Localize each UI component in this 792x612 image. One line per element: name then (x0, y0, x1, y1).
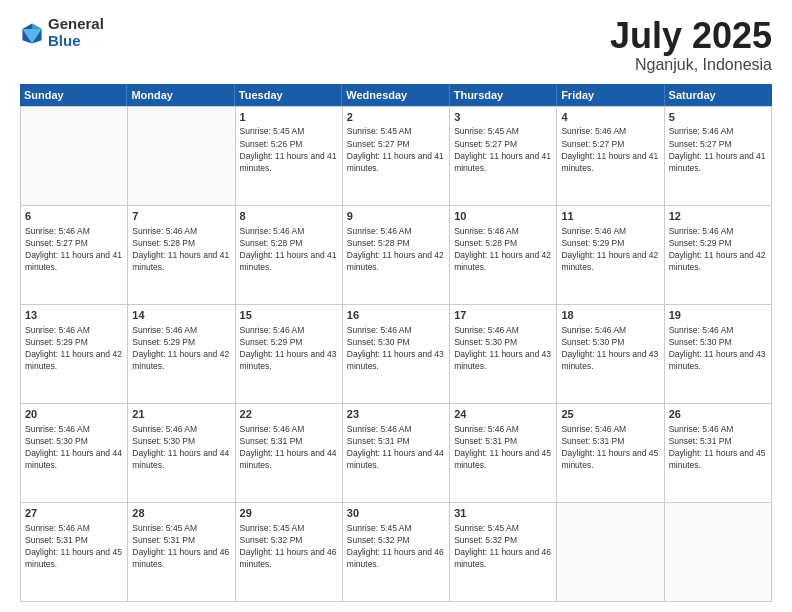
day-cell-12: 12 Sunrise: 5:46 AMSunset: 5:29 PMDaylig… (665, 206, 772, 304)
month-title: July 2025 (610, 16, 772, 56)
day-info: Sunrise: 5:46 AMSunset: 5:27 PMDaylight:… (561, 126, 658, 172)
day-info: Sunrise: 5:46 AMSunset: 5:31 PMDaylight:… (669, 424, 766, 470)
day-cell-23: 23 Sunrise: 5:46 AMSunset: 5:31 PMDaylig… (343, 404, 450, 502)
empty-cell (21, 107, 128, 205)
day-cell-7: 7 Sunrise: 5:46 AMSunset: 5:28 PMDayligh… (128, 206, 235, 304)
day-info: Sunrise: 5:45 AMSunset: 5:32 PMDaylight:… (240, 523, 337, 569)
day-cell-11: 11 Sunrise: 5:46 AMSunset: 5:29 PMDaylig… (557, 206, 664, 304)
empty-cell (557, 503, 664, 601)
day-number: 26 (669, 407, 767, 422)
day-cell-20: 20 Sunrise: 5:46 AMSunset: 5:30 PMDaylig… (21, 404, 128, 502)
week-row-3: 13 Sunrise: 5:46 AMSunset: 5:29 PMDaylig… (21, 305, 772, 404)
calendar-header: SundayMondayTuesdayWednesdayThursdayFrid… (20, 84, 772, 106)
day-number: 27 (25, 506, 123, 521)
empty-cell (128, 107, 235, 205)
day-number: 24 (454, 407, 552, 422)
day-number: 11 (561, 209, 659, 224)
day-info: Sunrise: 5:46 AMSunset: 5:28 PMDaylight:… (132, 226, 229, 272)
logo: General Blue (20, 16, 104, 49)
day-number: 7 (132, 209, 230, 224)
day-cell-6: 6 Sunrise: 5:46 AMSunset: 5:27 PMDayligh… (21, 206, 128, 304)
day-info: Sunrise: 5:46 AMSunset: 5:30 PMDaylight:… (25, 424, 122, 470)
weekday-header-monday: Monday (127, 84, 234, 106)
day-number: 31 (454, 506, 552, 521)
day-number: 18 (561, 308, 659, 323)
title-block: July 2025 Nganjuk, Indonesia (610, 16, 772, 74)
day-cell-8: 8 Sunrise: 5:46 AMSunset: 5:28 PMDayligh… (236, 206, 343, 304)
week-row-4: 20 Sunrise: 5:46 AMSunset: 5:30 PMDaylig… (21, 404, 772, 503)
day-info: Sunrise: 5:45 AMSunset: 5:31 PMDaylight:… (132, 523, 229, 569)
day-info: Sunrise: 5:46 AMSunset: 5:28 PMDaylight:… (240, 226, 337, 272)
weekday-header-saturday: Saturday (665, 84, 772, 106)
header: General Blue July 2025 Nganjuk, Indonesi… (20, 16, 772, 74)
calendar: SundayMondayTuesdayWednesdayThursdayFrid… (20, 84, 772, 602)
day-number: 21 (132, 407, 230, 422)
day-number: 29 (240, 506, 338, 521)
day-number: 10 (454, 209, 552, 224)
day-number: 5 (669, 110, 767, 125)
day-cell-4: 4 Sunrise: 5:46 AMSunset: 5:27 PMDayligh… (557, 107, 664, 205)
logo-icon (20, 21, 44, 45)
week-row-2: 6 Sunrise: 5:46 AMSunset: 5:27 PMDayligh… (21, 206, 772, 305)
day-number: 30 (347, 506, 445, 521)
day-info: Sunrise: 5:46 AMSunset: 5:28 PMDaylight:… (347, 226, 444, 272)
day-number: 4 (561, 110, 659, 125)
day-info: Sunrise: 5:46 AMSunset: 5:29 PMDaylight:… (561, 226, 658, 272)
day-cell-3: 3 Sunrise: 5:45 AMSunset: 5:27 PMDayligh… (450, 107, 557, 205)
day-info: Sunrise: 5:45 AMSunset: 5:26 PMDaylight:… (240, 126, 337, 172)
logo-general-label: General (48, 16, 104, 33)
day-info: Sunrise: 5:46 AMSunset: 5:28 PMDaylight:… (454, 226, 551, 272)
day-cell-5: 5 Sunrise: 5:46 AMSunset: 5:27 PMDayligh… (665, 107, 772, 205)
day-cell-14: 14 Sunrise: 5:46 AMSunset: 5:29 PMDaylig… (128, 305, 235, 403)
day-number: 20 (25, 407, 123, 422)
page: General Blue July 2025 Nganjuk, Indonesi… (0, 0, 792, 612)
day-cell-17: 17 Sunrise: 5:46 AMSunset: 5:30 PMDaylig… (450, 305, 557, 403)
day-cell-15: 15 Sunrise: 5:46 AMSunset: 5:29 PMDaylig… (236, 305, 343, 403)
day-number: 8 (240, 209, 338, 224)
weekday-header-sunday: Sunday (20, 84, 127, 106)
day-cell-13: 13 Sunrise: 5:46 AMSunset: 5:29 PMDaylig… (21, 305, 128, 403)
day-info: Sunrise: 5:46 AMSunset: 5:30 PMDaylight:… (132, 424, 229, 470)
day-cell-27: 27 Sunrise: 5:46 AMSunset: 5:31 PMDaylig… (21, 503, 128, 601)
day-number: 14 (132, 308, 230, 323)
day-number: 6 (25, 209, 123, 224)
day-info: Sunrise: 5:46 AMSunset: 5:31 PMDaylight:… (240, 424, 337, 470)
weekday-header-tuesday: Tuesday (235, 84, 342, 106)
weekday-header-thursday: Thursday (450, 84, 557, 106)
day-number: 22 (240, 407, 338, 422)
day-number: 17 (454, 308, 552, 323)
day-number: 1 (240, 110, 338, 125)
day-info: Sunrise: 5:45 AMSunset: 5:27 PMDaylight:… (454, 126, 551, 172)
day-number: 12 (669, 209, 767, 224)
day-info: Sunrise: 5:46 AMSunset: 5:31 PMDaylight:… (25, 523, 122, 569)
day-info: Sunrise: 5:46 AMSunset: 5:31 PMDaylight:… (454, 424, 551, 470)
day-cell-25: 25 Sunrise: 5:46 AMSunset: 5:31 PMDaylig… (557, 404, 664, 502)
day-number: 13 (25, 308, 123, 323)
day-number: 3 (454, 110, 552, 125)
day-cell-19: 19 Sunrise: 5:46 AMSunset: 5:30 PMDaylig… (665, 305, 772, 403)
day-number: 28 (132, 506, 230, 521)
week-row-5: 27 Sunrise: 5:46 AMSunset: 5:31 PMDaylig… (21, 503, 772, 602)
day-info: Sunrise: 5:46 AMSunset: 5:27 PMDaylight:… (25, 226, 122, 272)
day-cell-10: 10 Sunrise: 5:46 AMSunset: 5:28 PMDaylig… (450, 206, 557, 304)
day-info: Sunrise: 5:46 AMSunset: 5:30 PMDaylight:… (454, 325, 551, 371)
day-info: Sunrise: 5:46 AMSunset: 5:31 PMDaylight:… (561, 424, 658, 470)
day-number: 16 (347, 308, 445, 323)
day-number: 23 (347, 407, 445, 422)
day-cell-29: 29 Sunrise: 5:45 AMSunset: 5:32 PMDaylig… (236, 503, 343, 601)
day-info: Sunrise: 5:46 AMSunset: 5:30 PMDaylight:… (669, 325, 766, 371)
calendar-body: 1 Sunrise: 5:45 AMSunset: 5:26 PMDayligh… (20, 106, 772, 602)
day-cell-9: 9 Sunrise: 5:46 AMSunset: 5:28 PMDayligh… (343, 206, 450, 304)
location-title: Nganjuk, Indonesia (610, 56, 772, 74)
day-info: Sunrise: 5:46 AMSunset: 5:29 PMDaylight:… (25, 325, 122, 371)
day-info: Sunrise: 5:46 AMSunset: 5:30 PMDaylight:… (347, 325, 444, 371)
logo-blue-label: Blue (48, 33, 104, 50)
day-number: 25 (561, 407, 659, 422)
day-info: Sunrise: 5:46 AMSunset: 5:31 PMDaylight:… (347, 424, 444, 470)
day-info: Sunrise: 5:45 AMSunset: 5:27 PMDaylight:… (347, 126, 444, 172)
day-info: Sunrise: 5:46 AMSunset: 5:29 PMDaylight:… (240, 325, 337, 371)
day-info: Sunrise: 5:46 AMSunset: 5:29 PMDaylight:… (669, 226, 766, 272)
day-number: 19 (669, 308, 767, 323)
day-number: 15 (240, 308, 338, 323)
day-info: Sunrise: 5:46 AMSunset: 5:30 PMDaylight:… (561, 325, 658, 371)
